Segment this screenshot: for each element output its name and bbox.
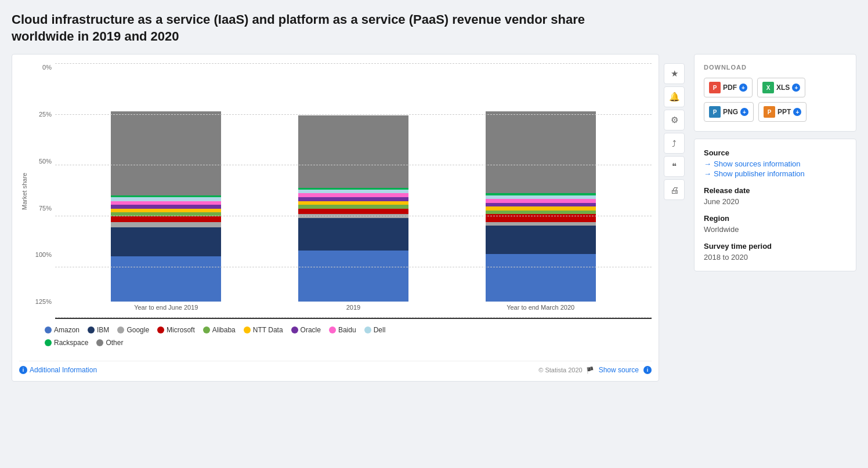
legend-item-microsoft: Microsoft (157, 326, 195, 334)
bar-segment-0-3 (111, 216, 221, 222)
info-card: Source → Show sources information → Show… (694, 139, 856, 271)
bar-group-1: 2019 (292, 64, 414, 318)
copyright: © Statista 2020 🏴 (538, 367, 594, 374)
legend-dot-10 (96, 339, 103, 346)
show-publisher-link[interactable]: → Show publisher information (704, 169, 847, 178)
legend-item-google: Google (117, 326, 149, 334)
x-label-0: Year to end June 2019 (134, 304, 198, 318)
y-label-25: 25% (32, 111, 55, 118)
y-label-50: 50% (32, 158, 55, 165)
legend-label-6: Oracle (301, 326, 321, 334)
y-labels: 125% 100% 75% 50% 25% 0% (32, 64, 55, 319)
print-button[interactable]: 🖨 (664, 179, 685, 200)
legend-item-other: Other (96, 339, 123, 347)
legend-item-dell: Dell (364, 326, 386, 334)
bar-segment-0-1 (111, 227, 221, 256)
png-label: PNG (723, 108, 738, 116)
grid-line-0 (55, 317, 652, 318)
xls-icon: X (762, 82, 774, 93)
bar-segment-2-10 (486, 111, 596, 193)
arrow-sources: → (704, 159, 711, 168)
x-label-1: 2019 (346, 304, 360, 318)
legend-label-9: Rackspace (54, 339, 88, 347)
pdf-plus: + (739, 84, 747, 92)
survey-time-section: Survey time period 2018 to 2020 (704, 242, 847, 262)
legend-dot-9 (45, 339, 52, 346)
y-label-100: 100% (32, 251, 55, 258)
legend-label-8: Dell (374, 326, 386, 334)
grid-line-50 (55, 216, 652, 216)
page-title: Cloud infrastructure as a service (IaaS)… (12, 12, 650, 45)
legend-dot-0 (45, 326, 52, 333)
survey-time-value: 2018 to 2020 (704, 253, 847, 262)
bar-segment-0-2 (111, 222, 221, 228)
png-icon: P (709, 106, 721, 118)
release-date-label: Release date (704, 186, 847, 195)
download-buttons: PPDF+XXLS+PPNG+PPPT+ (704, 78, 847, 122)
download-pdf-button[interactable]: PPDF+ (704, 78, 753, 97)
legend-dot-7 (329, 326, 336, 333)
grid-line-100 (55, 114, 652, 115)
source-label: Source (704, 148, 847, 157)
bar-segment-1-10 (298, 115, 408, 188)
grid-line-25 (55, 267, 652, 267)
y-label-0: 0% (32, 64, 55, 71)
download-xls-button[interactable]: XXLS+ (757, 78, 805, 97)
grid-line-125 (55, 63, 652, 64)
gear-button[interactable]: ⚙ (664, 110, 685, 130)
star-button[interactable]: ★ (664, 63, 685, 84)
chart-area: Market share 125% 100% 75% 50% 25% 0% (19, 64, 652, 319)
download-ppt-button[interactable]: PPPT+ (758, 102, 806, 122)
chart-footer: i Additional Information © Statista 2020… (19, 361, 652, 374)
show-source-info-icon: i (643, 366, 652, 374)
legend-item-oracle: Oracle (291, 326, 321, 334)
legend-dot-2 (117, 326, 124, 333)
download-title: DOWNLOAD (704, 64, 847, 71)
bar-segment-2-1 (486, 226, 596, 254)
region-value: Worldwide (704, 225, 847, 234)
region-label: Region (704, 214, 847, 223)
release-date-value: June 2020 (704, 197, 847, 206)
ppt-plus: + (793, 108, 801, 116)
legend-dot-3 (157, 326, 164, 333)
show-sources-link[interactable]: → Show sources information (704, 159, 847, 168)
legend-label-4: Alibaba (212, 326, 236, 334)
y-axis-label: Market share (19, 64, 30, 319)
legend-label-1: IBM (97, 326, 109, 334)
legend-item-ntt-data: NTT Data (244, 326, 283, 334)
flag-icon: 🏴 (586, 367, 594, 374)
action-buttons: ★ 🔔 ⚙ ⤴ ❝ 🖨 (664, 54, 685, 382)
source-section: Source → Show sources information → Show… (704, 148, 847, 178)
additional-info-link[interactable]: i Additional Information (19, 366, 97, 374)
bars-row: Year to end June 20192019Year to end Mar… (55, 64, 652, 318)
bar-segment-1-0 (298, 251, 408, 302)
legend-item-amazon: Amazon (45, 326, 79, 334)
xls-label: XLS (776, 84, 790, 92)
bar-segment-1-1 (298, 218, 408, 251)
legend-dot-1 (88, 326, 95, 333)
bell-button[interactable]: 🔔 (664, 86, 685, 107)
show-source-link[interactable]: Show source (599, 366, 639, 374)
survey-time-label: Survey time period (704, 242, 847, 251)
region-section: Region Worldwide (704, 214, 847, 234)
pdf-label: PDF (723, 84, 737, 92)
y-label-75: 75% (32, 205, 55, 212)
pdf-icon: P (709, 82, 721, 93)
legend-dot-6 (291, 326, 298, 333)
download-png-button[interactable]: PPNG+ (704, 102, 754, 122)
bar-group-0: Year to end June 2019 (105, 64, 227, 318)
legend-label-2: Google (126, 326, 149, 334)
download-card: DOWNLOAD PPDF+XXLS+PPNG+PPPT+ (694, 54, 856, 132)
quote-button[interactable]: ❝ (664, 156, 685, 177)
legend-area: AmazonIBMGoogleMicrosoftAlibabaNTT DataO… (19, 326, 652, 347)
release-date-section: Release date June 2020 (704, 186, 847, 206)
share-button[interactable]: ⤴ (664, 133, 685, 154)
bar-segment-0-10 (111, 111, 221, 195)
legend-dot-5 (244, 326, 251, 333)
chart-panel: Market share 125% 100% 75% 50% 25% 0% (12, 54, 659, 382)
x-label-2: Year to end March 2020 (507, 304, 574, 318)
xls-plus: + (792, 84, 800, 92)
ppt-label: PPT (777, 108, 791, 116)
legend-item-ibm: IBM (88, 326, 109, 334)
legend-label-5: NTT Data (253, 326, 283, 334)
